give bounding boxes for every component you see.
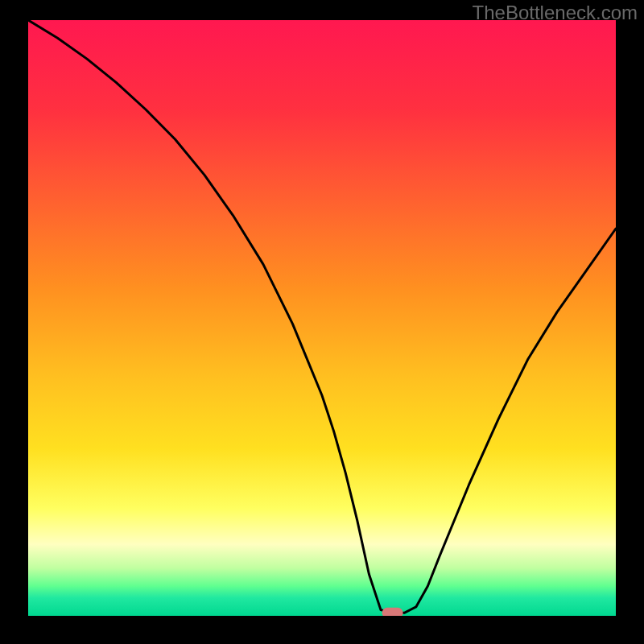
- gradient-background: [28, 20, 616, 616]
- chart-container: TheBottleneck.com: [0, 0, 644, 644]
- watermark-text: TheBottleneck.com: [473, 2, 638, 24]
- bottleneck-marker: [382, 608, 403, 616]
- plot-area: [28, 20, 616, 616]
- chart-svg: [28, 20, 616, 616]
